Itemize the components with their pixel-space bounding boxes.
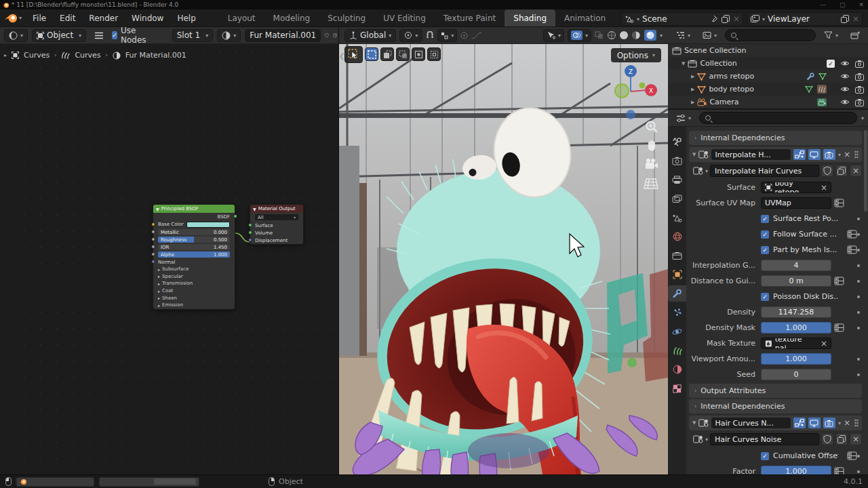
animate-dot[interactable] [857,280,860,283]
prop-value[interactable]: UVMap [761,197,831,209]
new-viewlayer-icon[interactable] [841,15,850,24]
panel-output-attributes[interactable]: ›Output Attributes [689,384,862,398]
node-material-output[interactable]: ▼Material Output All▾ Surface Volume Dis… [250,204,304,245]
modifier-header-hair-curves-n-[interactable]: ▼ Hair Curves N... ▾ × [689,415,862,430]
unlink-button[interactable]: × [850,433,862,445]
node-section-emission[interactable]: ▸Emission [153,302,235,309]
select-invert-button[interactable] [412,47,425,61]
render-visibility-icon[interactable] [855,98,864,106]
socket-normal[interactable] [151,260,155,264]
orientation-dropdown[interactable]: Global▾ [344,29,396,42]
node-header[interactable]: ▼Principled BSDF [153,205,235,213]
workspace-tab-modeling[interactable]: Modeling [264,9,319,26]
node-row-target[interactable]: All▾ [250,213,303,222]
attribute-attach-icon[interactable] [847,230,857,239]
workspace-tab-uv-editing[interactable]: UV Editing [374,9,435,26]
properties-tab-world[interactable] [668,228,686,245]
toggle-render-display[interactable] [823,418,835,428]
workspace-tab-shading[interactable]: Shading [505,9,555,26]
shading-solid[interactable] [620,31,628,39]
socket-displacement[interactable] [248,238,252,242]
editor-type-button[interactable]: ▾ [672,112,695,125]
pivot-dropdown[interactable]: ▾ [399,29,422,42]
fake-user-button[interactable] [821,165,833,177]
node-param-metallic[interactable]: Metallic0.000 [153,228,235,236]
node-section-subsurface[interactable]: ▸Subsurface [153,266,235,273]
properties-tab-tool[interactable] [668,134,686,150]
animate-dot[interactable] [857,373,860,376]
checkbox[interactable]: ✓ [827,60,835,68]
viewport-3d[interactable]: Z X [339,44,668,474]
menu-help[interactable]: Help [170,9,202,26]
toggle-viewport-display[interactable] [808,418,821,428]
eye-icon[interactable] [840,98,850,106]
show-gizmo-dropdown[interactable]: ▾ [543,29,564,42]
slot-dropdown[interactable]: Slot 1 ▾ [172,29,213,42]
select-subtract-button[interactable] [396,47,410,61]
properties-tab-modifier[interactable] [668,285,686,302]
new-scene-icon[interactable] [722,15,730,24]
animate-dot[interactable] [857,249,860,251]
outliner-search-input[interactable] [725,29,816,41]
outliner-item-collection[interactable]: ▼Collection ✓ [668,57,868,70]
checkbox[interactable]: ✓ [761,246,769,254]
socket-roughness[interactable] [151,237,155,241]
material-browse-button[interactable]: ▾ [217,29,241,42]
socket-bsdf-out[interactable] [233,214,237,218]
prop-value[interactable]: 1.000 [761,466,831,474]
duplicate-button[interactable] [835,165,848,177]
fake-user-shield-icon[interactable] [823,166,831,176]
use-nodes-toggle[interactable]: ✓ Use Nodes [112,26,149,45]
properties-options-chevron[interactable]: ▾ [861,115,864,121]
editor-type-button[interactable]: ▾ [4,29,28,42]
tweak-tool-button[interactable] [344,46,363,63]
select-extend-button[interactable] [380,47,394,61]
attribute-attach-icon[interactable] [834,323,844,332]
workspace-tab-rendering[interactable]: Rendering [614,9,621,26]
shader-type-dropdown[interactable]: Object ▾ [32,29,86,42]
properties-tab-data[interactable] [668,342,686,359]
render-visibility-icon[interactable] [855,73,864,81]
breadcrumb-expand-icon[interactable]: ▸ [4,52,7,58]
render-visibility-icon[interactable] [855,85,864,94]
blender-menu-button[interactable]: ▾ [0,9,22,26]
checkbox[interactable]: ✓ [761,215,769,223]
animate-dot[interactable] [857,455,860,458]
expand-icon[interactable]: ▶ [691,100,694,105]
node-param-ior[interactable]: IOR1.450 [153,243,235,251]
properties-search-input[interactable] [699,112,857,124]
new-material-icon[interactable] [333,31,337,40]
panel-internal-dependencies[interactable]: ›Internal Dependencies [689,399,862,413]
node-section-coat[interactable]: ▸Coat [153,287,235,295]
expand-icon[interactable]: ▶ [691,87,694,92]
browse-nodegroup-chevron[interactable]: ▾ [705,168,708,174]
socket-metallic[interactable] [151,230,155,234]
maximize-button[interactable]: ▢ [840,1,846,8]
select-box-new-button[interactable] [365,47,378,61]
attribute-attach-icon[interactable] [834,467,844,474]
menu-window[interactable]: Window [125,9,170,26]
properties-tab-collection[interactable] [668,247,686,264]
socket-alpha[interactable] [151,252,155,256]
node-principled-bsdf[interactable]: ▼Principled BSDF BSDF Base Color Metalli… [153,204,235,310]
outliner-item-scene-collection[interactable]: Scene Collection [668,44,868,57]
attribute-attach-icon[interactable] [847,245,857,254]
node-input-volume[interactable]: Volume [250,229,303,237]
select-intersect-button[interactable] [427,47,441,61]
options-button[interactable]: Options▾ [611,48,661,62]
checkbox[interactable]: ✓ [761,293,769,301]
workspace-tab-animation[interactable]: Animation [555,9,614,26]
viewlayer-selector[interactable]: ▾ ViewLayer × [747,12,863,26]
toggle-render-display[interactable] [823,149,835,160]
eye-icon[interactable] [840,73,850,80]
delete-modifier-icon[interactable]: × [844,151,850,158]
node-input-surface[interactable]: Surface [250,222,303,229]
unlink-button[interactable]: × [850,165,862,177]
prop-value[interactable]: 4 [761,260,831,271]
properties-tab-material[interactable] [668,361,686,378]
properties-tab-viewlayer[interactable] [668,190,686,207]
outliner-item-body-retopo[interactable]: ▶body retopo [668,83,868,96]
snap-toggle[interactable] [426,31,434,39]
node-param-alpha[interactable]: Alpha1.000 [153,251,235,258]
nodegroup-name[interactable]: Hair Curves Noise [710,433,819,445]
